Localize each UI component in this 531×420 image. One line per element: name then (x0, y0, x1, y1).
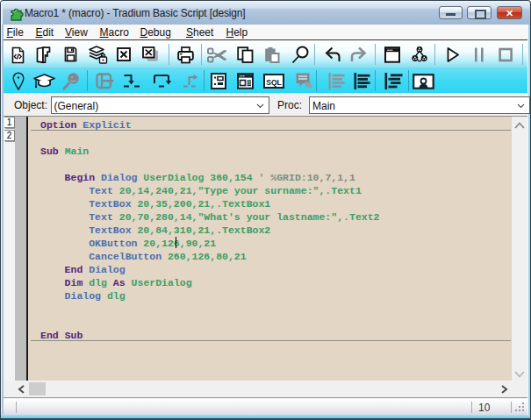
svg-text:SQL: SQL (266, 78, 281, 87)
